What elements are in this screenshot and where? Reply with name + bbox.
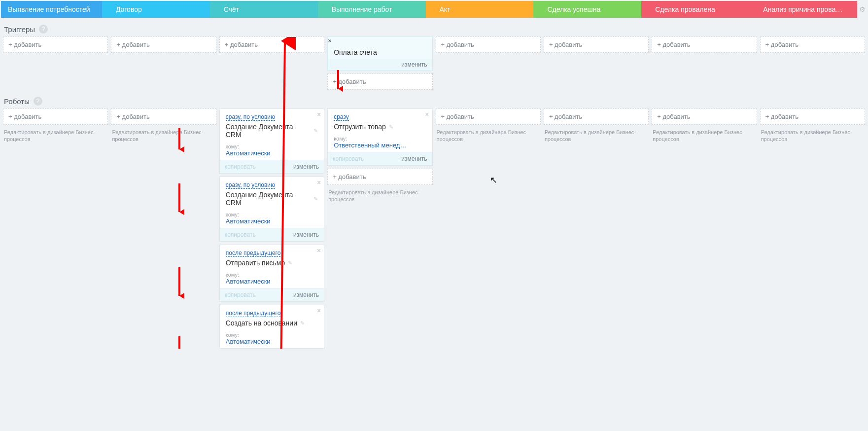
robot-card[interactable]: × сразу, по условию Создание Документа C… (219, 177, 324, 242)
edit-link[interactable]: изменить (293, 163, 319, 170)
pencil-icon[interactable]: ✎ (300, 320, 305, 326)
stage-item[interactable]: Анализ причина прова… (749, 1, 857, 18)
close-icon[interactable]: × (317, 111, 321, 118)
assignee-label: кому: (226, 212, 318, 217)
edit-link[interactable]: изменить (401, 61, 427, 68)
bp-editor-link[interactable]: Редактировать в дизайнере Бизнес-процесс… (652, 128, 757, 143)
triggers-columns: + добавить + добавить + добавить × Оплат… (0, 36, 868, 90)
edit-link[interactable]: изменить (293, 291, 319, 298)
assignee-label: кому: (226, 332, 318, 338)
bp-editor-link[interactable]: Редактировать в дизайнере Бизнес-процесс… (111, 128, 216, 143)
add-trigger-button[interactable]: + добавить (327, 73, 432, 90)
add-trigger-button[interactable]: + добавить (436, 36, 541, 53)
add-trigger-button[interactable]: + добавить (652, 36, 757, 53)
bp-editor-link[interactable]: Редактировать в дизайнере Бизнес-процесс… (3, 128, 108, 143)
add-robot-button[interactable]: + добавить (544, 108, 649, 125)
add-trigger-button[interactable]: + добавить (544, 36, 649, 53)
edit-link[interactable]: изменить (293, 231, 319, 238)
assignee-link[interactable]: Ответственный менед… (334, 142, 426, 149)
stage-item[interactable]: Выполнение работ (318, 1, 426, 18)
close-icon[interactable]: × (425, 111, 429, 118)
copy-link[interactable]: копировать (225, 231, 256, 238)
timing-link[interactable]: сразу (334, 113, 349, 121)
robot-title: Отправить письмо (226, 259, 285, 267)
assignee-link[interactable]: Автоматически (226, 338, 318, 345)
add-robot-button[interactable]: + добавить (652, 108, 757, 125)
assignee-link[interactable]: Автоматически (226, 278, 318, 285)
add-robot-button[interactable]: + добавить (436, 108, 541, 125)
timing-link[interactable]: после предыдущего (226, 310, 281, 317)
add-trigger-button[interactable]: + добавить (760, 36, 865, 53)
stage-item[interactable]: Сделка успешна (533, 1, 641, 18)
trigger-title: Оплата счета (334, 48, 377, 56)
section-label: Роботы (4, 97, 30, 106)
add-robot-button[interactable]: + добавить (327, 169, 432, 185)
assignee-label: кому: (226, 144, 318, 149)
robot-card[interactable]: × после предыдущего Создать на основании… (219, 305, 324, 349)
close-icon[interactable]: × (317, 307, 321, 314)
add-robot-button[interactable]: + добавить (3, 108, 108, 125)
robot-title: Создание Документа CRM (226, 191, 311, 207)
stage-item[interactable]: Акт (426, 1, 534, 18)
timing-link[interactable]: после предыдущего (226, 250, 281, 257)
close-icon[interactable]: × (328, 37, 332, 44)
assignee-link[interactable]: Автоматически (226, 217, 318, 225)
pencil-icon[interactable]: ✎ (389, 124, 393, 130)
add-robot-button[interactable]: + добавить (111, 108, 216, 125)
robots-columns: + добавить Редактировать в дизайнере Биз… (0, 108, 868, 349)
robot-title: Создать на основании (226, 319, 297, 327)
bp-editor-link[interactable]: Редактировать в дизайнере Бизнес-процесс… (436, 128, 541, 143)
robots-section-title: Роботы ? (0, 90, 868, 108)
copy-link[interactable]: копировать (333, 155, 364, 162)
timing-link[interactable]: сразу, по условию (226, 181, 275, 189)
pencil-icon[interactable]: ✎ (313, 196, 318, 202)
stage-item[interactable]: Сделка провалена (641, 1, 749, 18)
pencil-icon[interactable]: ✎ (313, 128, 318, 134)
section-label: Триггеры (4, 25, 35, 34)
assignee-label: кому: (226, 272, 318, 278)
bp-editor-link[interactable]: Редактировать в дизайнере Бизнес-процесс… (544, 128, 649, 143)
pencil-icon[interactable]: ✎ (288, 260, 292, 266)
assignee-label: кому: (334, 136, 426, 142)
stage-item[interactable]: Счёт (210, 1, 318, 18)
trigger-card[interactable]: × Оплата счета изменить (327, 36, 432, 71)
add-trigger-button[interactable]: + добавить (219, 36, 324, 53)
close-icon[interactable]: × (317, 247, 321, 254)
copy-link[interactable]: копировать (225, 163, 256, 170)
copy-link[interactable]: копировать (225, 291, 256, 298)
assignee-link[interactable]: Автоматически (226, 149, 318, 157)
stage-item[interactable]: Договор (102, 1, 210, 18)
stage-pipeline: Выявление потребностей Договор Счёт Выпо… (0, 0, 868, 18)
close-icon[interactable]: × (317, 179, 321, 186)
add-trigger-button[interactable]: + добавить (111, 36, 216, 53)
add-robot-button[interactable]: + добавить (760, 108, 865, 125)
bp-editor-link[interactable]: Редактировать в дизайнере Бизнес-процесс… (760, 128, 865, 143)
gear-icon[interactable]: ⚙ (857, 1, 867, 18)
robot-card[interactable]: × после предыдущего Отправить письмо✎ ко… (219, 245, 324, 302)
add-trigger-button[interactable]: + добавить (3, 36, 108, 53)
triggers-section-title: Триггеры ? (0, 18, 868, 36)
timing-link[interactable]: сразу, по условию (226, 113, 275, 121)
help-icon[interactable]: ? (34, 97, 42, 106)
robot-title: Создание Документа CRM (226, 123, 311, 139)
edit-link[interactable]: изменить (401, 155, 427, 162)
bp-editor-link[interactable]: Редактировать в дизайнере Бизнес-процесс… (327, 188, 432, 203)
help-icon[interactable]: ? (39, 25, 48, 34)
robot-title: Отгрузить товар (334, 123, 386, 131)
robot-card[interactable]: × сразу, по условию Создание Документа C… (219, 108, 324, 174)
stage-item[interactable]: Выявление потребностей (1, 1, 102, 18)
robot-card[interactable]: × сразу Отгрузить товар✎ кому: Ответстве… (327, 108, 432, 166)
